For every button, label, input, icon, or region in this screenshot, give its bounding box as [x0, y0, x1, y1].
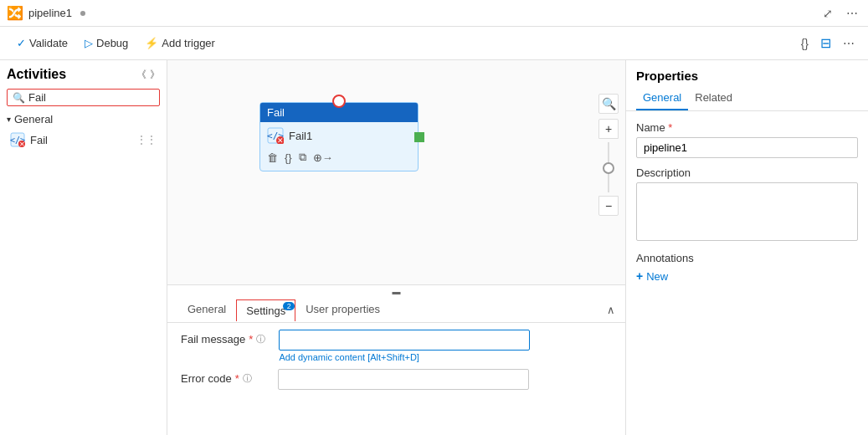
node-code-btn[interactable]: {} [285, 151, 292, 164]
pipeline-title: pipeline1 [28, 7, 72, 19]
properties-title: Properties [626, 60, 868, 86]
canvas-main: Fail </>✕ Fail1 🗑 {} ⧉ ⊕→ [167, 60, 625, 284]
param-button[interactable]: ⊟ [817, 33, 835, 53]
activity-fail-item[interactable]: </>✕ Fail ⋮⋮ [0, 129, 167, 151]
zoom-search-btn[interactable]: 🔍 [598, 94, 619, 114]
code-button[interactable]: {} [798, 33, 812, 53]
sidebar-collapse-right[interactable]: 》 [150, 68, 160, 82]
zoom-slider-thumb [603, 162, 614, 174]
node-link-btn[interactable]: ⊕→ [313, 151, 333, 164]
name-required: * [668, 121, 672, 134]
error-code-required: * [235, 372, 239, 385]
canvas-wrapper: Fail </>✕ Fail1 🗑 {} ⧉ ⊕→ [167, 60, 625, 435]
node-top-circle [332, 95, 346, 108]
bottom-tabs: General Settings 2 User properties ∧ [167, 298, 625, 323]
error-code-info-icon[interactable]: ⓘ [243, 372, 252, 385]
toolbar-more-button[interactable]: ⋯ [840, 33, 858, 53]
activity-dots: ⋮⋮ [136, 134, 157, 146]
node-body: </>✕ Fail1 🗑 {} ⧉ ⊕→ [260, 122, 418, 171]
search-box: 🔍 [7, 89, 160, 106]
node-right-square [414, 132, 424, 142]
sidebar-icons: 《 》 [136, 68, 160, 82]
sidebar: Activities 《 》 🔍 ▾ General </>✕ Fail ⋮⋮ [0, 60, 167, 435]
sidebar-collapse-left[interactable]: 《 [136, 68, 146, 82]
main-layout: Activities 《 》 🔍 ▾ General </>✕ Fail ⋮⋮ [0, 60, 868, 435]
pipeline-name-input[interactable] [636, 137, 858, 158]
fail-message-row: Fail message * ⓘ Add dynamic content [Al… [181, 330, 612, 362]
fail-message-required: * [249, 333, 253, 345]
annotations-label: Annotations [636, 252, 858, 264]
validate-button[interactable]: ✓ Validate [10, 33, 74, 53]
fail-activity-icon: </>✕ [10, 132, 25, 147]
fail-message-info-icon[interactable]: ⓘ [256, 333, 265, 345]
node-copy-btn[interactable]: ⧉ [299, 151, 306, 164]
plus-icon: + [636, 269, 643, 283]
title-bar-left: 🔀 pipeline1 [7, 5, 85, 21]
search-input[interactable] [28, 91, 154, 104]
settings-badge: 2 [283, 302, 295, 310]
node-activity-row: </>✕ Fail1 [267, 127, 411, 144]
zoom-controls: 🔍 + − [598, 94, 619, 216]
description-textarea[interactable] [636, 182, 858, 241]
validate-icon: ✓ [17, 37, 26, 49]
node-actions: 🗑 {} ⧉ ⊕→ [267, 149, 411, 166]
bottom-panel: ▬ General Settings 2 User properties ∧ F… [167, 284, 625, 435]
section-toggle-icon: ▾ [7, 115, 11, 124]
zoom-in-btn[interactable]: + [598, 119, 619, 139]
collapse-btn[interactable]: ▬ [393, 287, 401, 296]
name-field-group: Name * [636, 121, 858, 158]
node-activity-name: Fail1 [289, 130, 411, 142]
zoom-out-btn[interactable]: − [598, 196, 619, 216]
title-dot [80, 11, 85, 16]
fail-message-input[interactable] [279, 330, 530, 351]
name-label: Name * [636, 121, 858, 134]
node-delete-btn[interactable]: 🗑 [267, 151, 278, 164]
error-code-row: Error code * ⓘ [181, 369, 612, 390]
annotations-section: Annotations + New [636, 252, 858, 283]
trigger-icon: ⚡ [145, 37, 158, 49]
error-code-input[interactable] [278, 369, 529, 390]
pipeline-icon: 🔀 [7, 5, 23, 21]
section-general[interactable]: ▾ General [0, 110, 167, 129]
zoom-slider-track [608, 142, 609, 192]
description-label: Description [636, 166, 858, 179]
props-tabs: General Related [626, 86, 868, 111]
expand-button[interactable]: ⤢ [819, 5, 836, 22]
debug-button[interactable]: ▷ Debug [78, 33, 135, 53]
fail-message-label: Fail message * ⓘ [181, 330, 265, 345]
bottom-content: Fail message * ⓘ Add dynamic content [Al… [167, 323, 625, 397]
fail-message-input-group: Add dynamic content [Alt+Shift+D] [279, 330, 530, 362]
props-tab-general[interactable]: General [636, 86, 688, 110]
more-options-button[interactable]: ⋯ [843, 5, 861, 22]
props-content: Name * Description Annotations + New [626, 111, 868, 293]
search-icon: 🔍 [13, 92, 25, 104]
sidebar-header: Activities 《 》 [0, 60, 167, 85]
toolbar: ✓ Validate ▷ Debug ⚡ Add trigger {} ⊟ ⋯ [0, 27, 868, 60]
svg-text:✕: ✕ [277, 136, 284, 144]
bottom-collapse: ▬ [167, 285, 625, 298]
fail-activity-label: Fail [30, 134, 48, 146]
debug-icon: ▷ [85, 37, 93, 49]
bottom-panel-collapse-btn[interactable]: ∧ [607, 304, 615, 316]
dynamic-content-link[interactable]: Add dynamic content [Alt+Shift+D] [279, 352, 530, 362]
tab-user-properties[interactable]: User properties [295, 298, 390, 322]
activity-node: Fail </>✕ Fail1 🗑 {} ⧉ ⊕→ [259, 102, 419, 171]
title-bar: 🔀 pipeline1 ⤢ ⋯ [0, 0, 868, 27]
sidebar-title: Activities [7, 67, 66, 82]
new-annotation-button[interactable]: + New [636, 269, 668, 283]
section-label: General [14, 113, 53, 125]
tab-settings[interactable]: Settings 2 [236, 299, 295, 321]
add-trigger-button[interactable]: ⚡ Add trigger [138, 33, 222, 53]
node-fail-icon: </>✕ [267, 127, 284, 144]
title-bar-right: ⤢ ⋯ [819, 5, 861, 22]
properties-panel: Properties General Related Name * Descri… [625, 60, 868, 435]
error-code-label: Error code * ⓘ [181, 369, 265, 385]
svg-text:✕: ✕ [19, 141, 25, 147]
tab-general[interactable]: General [177, 298, 236, 322]
props-tab-related[interactable]: Related [688, 86, 739, 110]
description-field-group: Description [636, 166, 858, 243]
